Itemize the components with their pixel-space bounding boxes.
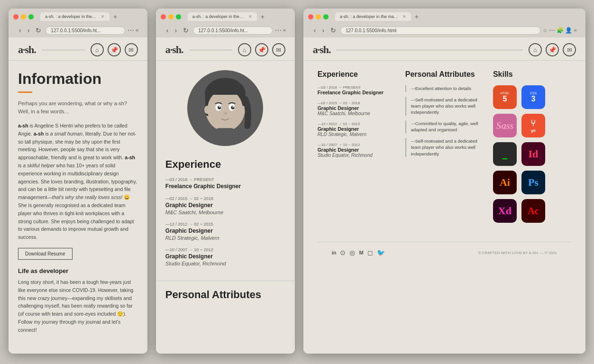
toolbar-icon-menu[interactable]: ⋯ <box>549 27 555 34</box>
exp-date-3: —12 / 2012 → 02 ~ 2015 <box>165 222 285 227</box>
toolbar-icons-1: ⋯ ≡ <box>128 27 139 35</box>
attr-col-heading: Personal Attributes <box>405 70 484 79</box>
mail-nav-btn-3[interactable]: ✉ <box>563 43 576 56</box>
skills-row-4: Ai Ps <box>493 171 571 194</box>
attr-item-2: —Self-motivated and a dedicated team pla… <box>405 97 484 116</box>
traffic-lights-1 <box>13 14 34 19</box>
menu-hamburger-1[interactable]: ≡ <box>136 27 139 34</box>
new-tab-button-1[interactable]: + <box>110 12 120 21</box>
nav-icons-3: ⌂ 📌 ✉ <box>529 43 576 56</box>
address-bar-2[interactable]: 127.0.0.1:5500/info.ht... <box>193 27 273 35</box>
social-instagram-icon[interactable]: ◻ <box>367 249 373 256</box>
exp-date-1: —03 / 2018 → PRESENT <box>165 177 285 182</box>
skill-indesign: Id <box>521 142 545 166</box>
tab-bar-2: a-sh. : a developer in the making ✕ + <box>188 12 290 21</box>
reload-button-2[interactable]: ↻ <box>181 26 191 35</box>
page-content-3: a·sh. ⌂ 📌 ✉ Experience —03 / 2018 → PRES… <box>303 37 585 354</box>
social-twitter-icon[interactable]: 🐦 <box>377 249 385 256</box>
maximize-button-3[interactable] <box>323 14 329 19</box>
exp-title-1: Freelance Graphic Designer <box>165 183 285 190</box>
menu-dots-1[interactable]: ⋯ <box>128 27 134 35</box>
mail-nav-btn-1[interactable]: ✉ <box>125 43 138 56</box>
home-nav-btn-1[interactable]: ⌂ <box>91 43 104 56</box>
attr-item-4: —Self-motivated and a dedicated team pla… <box>405 138 484 157</box>
reload-button-3[interactable]: ↻ <box>329 26 338 35</box>
skill-acrobat: Ac <box>521 199 545 223</box>
reload-button-1[interactable]: ↻ <box>34 26 43 35</box>
pin-nav-btn-3[interactable]: 📌 <box>546 43 559 56</box>
exp-date-2: —02 / 2015 → 02 ~ 2018 <box>165 196 285 201</box>
svg-point-11 <box>219 106 221 108</box>
toolbar-icon-hamburger[interactable]: ≡ <box>574 27 577 34</box>
url-display-1: 127.0.0.1:5500/info.ht... <box>51 28 101 33</box>
back-button-2[interactable]: ‹ <box>164 26 171 35</box>
download-btn-label: Download Resume <box>25 251 65 256</box>
site-header-1: a·sh. ⌂ 📌 ✉ <box>9 37 147 61</box>
avatar-circle <box>187 70 263 146</box>
win3-exp-co-3: RLD Strategic, Malvern <box>318 132 396 137</box>
active-tab-1[interactable]: a-sh. : a developer in the making ✕ <box>40 12 110 21</box>
social-github-icon[interactable]: ⊙ <box>340 249 346 256</box>
close-button[interactable] <box>13 14 18 19</box>
tab-close-3[interactable]: ✕ <box>402 14 406 19</box>
social-medium-icon[interactable]: M <box>359 250 363 255</box>
exp-title-2: Graphic Designer <box>165 202 285 209</box>
toolbar-icon-account[interactable]: 👤 <box>565 27 572 34</box>
new-tab-button-3[interactable]: + <box>412 12 421 21</box>
close-button-3[interactable] <box>308 14 313 19</box>
new-tab-button-2[interactable]: + <box>258 12 267 21</box>
active-tab-3[interactable]: a-sh. : a developer in the making ✕ <box>335 12 411 21</box>
tab-close-2[interactable]: ✕ <box>248 14 252 19</box>
minimize-button[interactable] <box>21 14 26 19</box>
back-button-1[interactable]: ‹ <box>17 26 23 35</box>
active-tab-2[interactable]: a-sh. : a developer in the making ✕ <box>188 12 257 21</box>
footer-social-icons: in ⊙ ◎ M ◻ 🐦 <box>332 249 385 256</box>
exp-item-1: —03 / 2018 → PRESENT Freelance Graphic D… <box>165 177 285 190</box>
menu-hamburger-2[interactable]: ≡ <box>283 27 286 34</box>
pin-nav-btn-2[interactable]: 📌 <box>255 43 268 56</box>
svg-point-6 <box>208 90 243 130</box>
minimize-button-2[interactable] <box>168 14 174 19</box>
home-nav-btn-2[interactable]: ⌂ <box>238 43 251 56</box>
back-button-3[interactable]: ‹ <box>312 26 318 35</box>
win3-exp-co-4: Studio Equator, Richmond <box>318 153 396 158</box>
address-bar-1[interactable]: 127.0.0.1:5500/info.ht... <box>46 27 125 35</box>
maximize-button[interactable] <box>28 14 34 19</box>
forward-button-3[interactable]: › <box>320 26 326 35</box>
maximize-button-2[interactable] <box>176 14 181 19</box>
forward-button-1[interactable]: › <box>26 26 32 35</box>
attr-item-1: —Excellent attention to details <box>405 85 484 92</box>
skill-html5: HTML 5 <box>493 85 517 109</box>
toolbar-icon-extension[interactable]: 🧩 <box>557 27 564 34</box>
win3-exp-date-1: —03 / 2018 → PRESENT <box>318 85 396 90</box>
forward-button-2[interactable]: › <box>173 26 179 35</box>
header-divider-3 <box>336 50 523 50</box>
tab-close-1[interactable]: ✕ <box>101 14 105 19</box>
life-dev-title: Life as developer <box>18 267 138 274</box>
social-linkedin-icon[interactable]: in <box>332 250 337 255</box>
menu-dots-2[interactable]: ⋯ <box>275 27 282 35</box>
minimize-button-3[interactable] <box>316 14 321 19</box>
exp-col-heading: Experience <box>318 70 396 79</box>
address-bar-3[interactable]: 127.0.0.1:5500/info.html <box>340 27 540 35</box>
url-display-3: 127.0.0.1:5500/info.html <box>346 28 396 33</box>
pin-nav-btn-1[interactable]: 📌 <box>108 43 121 56</box>
site-logo-1: a·sh. <box>18 44 36 56</box>
skill-terminal: _ <box>493 142 517 166</box>
site-logo-3: a·sh. <box>313 44 331 56</box>
skill-xd: Xd <box>493 199 517 223</box>
skills-row-5: Xd Ac <box>493 199 571 223</box>
win3-exp-date-2: —02 / 2015 → 02 ~ 2018 <box>318 101 396 105</box>
close-button-2[interactable] <box>161 14 166 19</box>
personal-attr-heading-2: Personal Attributes <box>156 281 295 305</box>
home-nav-btn-3[interactable]: ⌂ <box>529 43 542 56</box>
social-codepen-icon[interactable]: ◎ <box>349 249 355 256</box>
traffic-lights-3 <box>308 14 329 19</box>
win3-exp-title-3: Graphic Designer <box>318 126 396 132</box>
browser-toolbar-1: ‹ › ↻ 127.0.0.1:5500/info.ht... ⋯ ≡ <box>13 23 143 37</box>
browser-toolbar-3: ‹ › ↻ 127.0.0.1:5500/info.html ☆ ⋯ 🧩 👤 ≡ <box>308 23 581 37</box>
browser-window-1: a-sh. : a developer in the making ✕ + ‹ … <box>9 9 147 354</box>
download-resume-button[interactable]: Download Resume <box>18 248 73 260</box>
mail-nav-btn-2[interactable]: ✉ <box>272 43 285 56</box>
skill-sass: Sass <box>493 114 517 137</box>
